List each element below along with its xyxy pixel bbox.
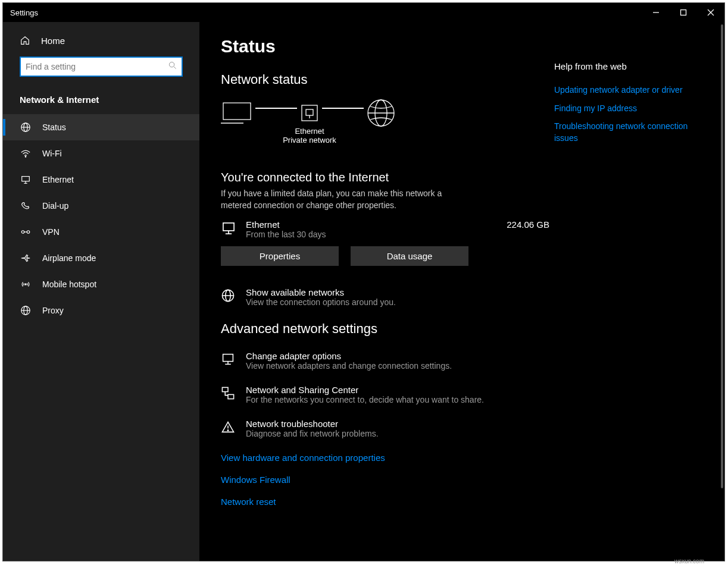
section-advanced: Advanced network settings: [221, 321, 554, 337]
svg-point-14: [27, 231, 30, 234]
properties-button[interactable]: Properties: [221, 246, 339, 266]
help-title: Help from the web: [554, 61, 697, 71]
svg-rect-10: [22, 177, 30, 181]
svg-point-16: [25, 284, 26, 285]
show-net-sub: View the connection options around you.: [246, 297, 396, 307]
search-input[interactable]: [26, 62, 168, 71]
svg-rect-34: [223, 354, 233, 362]
sharing-title: Network and Sharing Center: [246, 385, 484, 395]
airplane-icon: [20, 253, 32, 263]
maximize-button[interactable]: [670, 3, 697, 22]
sidebar-item-label: VPN: [42, 227, 60, 237]
svg-rect-22: [302, 105, 317, 121]
diagram-conn-type: Private network: [283, 136, 336, 145]
link-windows-firewall[interactable]: Windows Firewall: [221, 475, 554, 485]
svg-line-5: [174, 67, 176, 69]
conn-name: Ethernet: [246, 219, 507, 230]
close-button[interactable]: [697, 3, 724, 22]
network-sharing-center[interactable]: Network and Sharing Center For the netwo…: [221, 385, 554, 404]
svg-rect-38: [228, 395, 234, 399]
trouble-sub: Diagnose and fix network problems.: [246, 429, 379, 438]
adapter-title: Change adapter options: [246, 351, 452, 361]
connected-title: You're connected to the Internet: [221, 171, 554, 184]
diagram-pc-icon: [221, 101, 253, 128]
conn-sub: From the last 30 days: [246, 230, 507, 239]
watermark: wsxun.com: [674, 558, 704, 564]
hotspot-icon: [20, 279, 32, 290]
change-adapter-options[interactable]: Change adapter options View network adap…: [221, 351, 554, 371]
sidebar-item-airplane[interactable]: Airplane mode: [3, 245, 199, 271]
window-title: Settings: [10, 8, 38, 17]
svg-rect-20: [223, 103, 251, 120]
titlebar: Settings: [3, 3, 724, 22]
help-link-troubleshoot[interactable]: Troubleshooting network connection issue…: [554, 121, 697, 144]
adapter-sub: View network adapters and change connect…: [246, 361, 452, 371]
warning-icon: [221, 420, 238, 437]
svg-rect-37: [222, 388, 228, 392]
globe-icon: [221, 288, 238, 305]
sidebar-item-label: Proxy: [42, 306, 64, 315]
conn-usage: 224.06 GB: [507, 219, 549, 230]
link-hardware-properties[interactable]: View hardware and connection properties: [221, 453, 554, 463]
sharing-sub: For the networks you connect to, decide …: [246, 395, 484, 404]
svg-rect-28: [223, 223, 234, 231]
trouble-title: Network troubleshooter: [246, 419, 379, 429]
diagram-conn-name: Ethernet: [283, 127, 336, 136]
show-available-networks[interactable]: Show available networks View the connect…: [221, 287, 554, 307]
dialup-icon: [20, 200, 32, 211]
search-icon: [168, 61, 177, 72]
svg-point-9: [25, 156, 26, 157]
adapter-icon: [221, 352, 238, 369]
sharing-icon: [221, 386, 238, 403]
wifi-icon: [20, 148, 32, 159]
svg-rect-23: [306, 109, 313, 115]
sidebar-item-label: Mobile hotspot: [42, 280, 96, 289]
sidebar-item-wifi[interactable]: Wi-Fi: [3, 140, 199, 167]
sidebar-item-label: Status: [42, 123, 66, 132]
network-troubleshooter[interactable]: Network troubleshooter Diagnose and fix …: [221, 419, 554, 438]
sidebar-item-status[interactable]: Status: [3, 114, 199, 140]
sidebar-item-label: Dial-up: [42, 201, 68, 211]
sidebar-item-ethernet[interactable]: Ethernet: [3, 167, 199, 193]
sidebar: Home Network & Internet Status Wi-Fi Eth…: [3, 22, 199, 561]
scrollbar[interactable]: [721, 24, 723, 488]
content-area: Status Network status Ethernet Private n…: [199, 22, 724, 561]
svg-point-4: [169, 62, 174, 67]
link-network-reset[interactable]: Network reset: [221, 497, 554, 507]
status-icon: [20, 122, 32, 133]
ethernet-icon: [20, 174, 32, 185]
svg-rect-1: [681, 10, 686, 15]
ethernet-usage-icon: [221, 221, 238, 239]
proxy-icon: [20, 305, 32, 316]
connection-row[interactable]: Ethernet From the last 30 days 224.06 GB: [221, 219, 554, 239]
sidebar-item-dialup[interactable]: Dial-up: [3, 193, 199, 219]
sidebar-item-label: Airplane mode: [42, 253, 96, 263]
svg-point-40: [227, 430, 228, 431]
show-net-title: Show available networks: [246, 287, 396, 297]
page-title: Status: [221, 36, 554, 57]
minimize-button[interactable]: [642, 3, 670, 22]
home-button[interactable]: Home: [3, 29, 199, 52]
help-panel: Help from the web Updating network adapt…: [554, 36, 703, 547]
vpn-icon: [20, 227, 32, 237]
data-usage-button[interactable]: Data usage: [351, 246, 468, 266]
home-icon: [20, 35, 32, 46]
help-link-adapter[interactable]: Updating network adapter or driver: [554, 84, 697, 96]
sidebar-item-label: Wi-Fi: [42, 149, 62, 158]
home-label: Home: [41, 36, 65, 46]
sidebar-item-hotspot[interactable]: Mobile hotspot: [3, 271, 199, 297]
category-header: Network & Internet: [3, 89, 199, 114]
help-link-ip[interactable]: Finding my IP address: [554, 103, 697, 115]
section-network-status: Network status: [221, 72, 554, 87]
svg-point-13: [21, 231, 24, 234]
sidebar-item-vpn[interactable]: VPN: [3, 219, 199, 245]
sidebar-item-proxy[interactable]: Proxy: [3, 297, 199, 324]
diagram-globe-icon: [366, 98, 396, 130]
diagram-ethernet-icon: [299, 103, 320, 123]
network-diagram: Ethernet Private network: [221, 98, 554, 130]
search-input-container[interactable]: [20, 57, 183, 77]
sidebar-item-label: Ethernet: [42, 175, 74, 184]
connected-desc: If you have a limited data plan, you can…: [221, 188, 447, 211]
